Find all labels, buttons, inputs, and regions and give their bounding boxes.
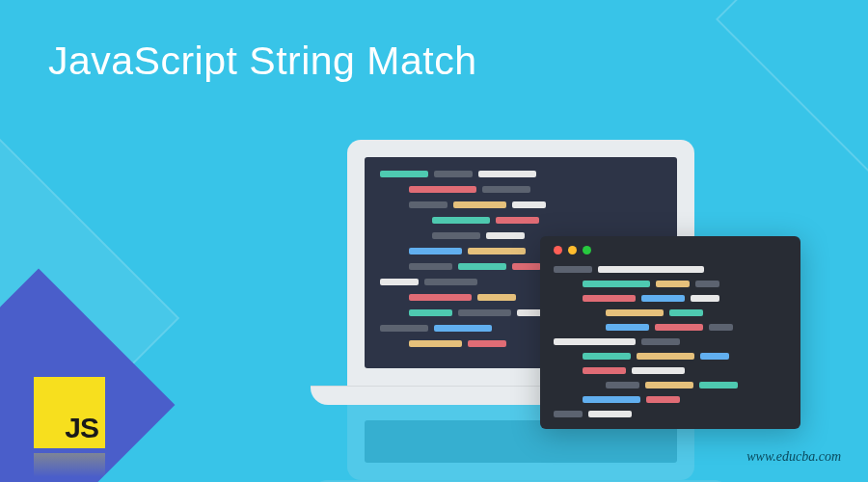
bg-diamond-right <box>716 0 868 210</box>
window-controls <box>554 246 787 254</box>
maximize-icon <box>583 246 591 254</box>
minimize-icon <box>568 246 577 254</box>
javascript-logo: JS <box>34 377 105 448</box>
website-url: www.educba.com <box>746 449 841 465</box>
page-title: JavaScript String Match <box>48 39 476 84</box>
js-logo-reflection <box>34 453 105 477</box>
code-editor-window <box>540 236 800 429</box>
close-icon <box>554 246 562 254</box>
js-logo-text: JS <box>65 412 98 444</box>
